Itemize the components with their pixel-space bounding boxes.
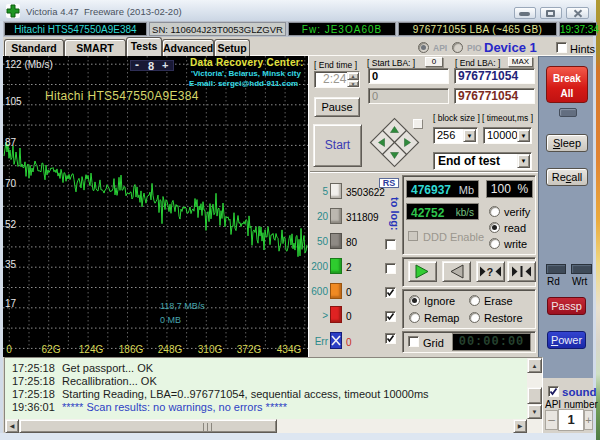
svg-text:87: 87	[5, 137, 17, 148]
svg-text:372G: 372G	[237, 344, 262, 355]
svg-text:434G: 434G	[277, 344, 302, 355]
svg-text:105: 105	[5, 96, 22, 107]
svg-text:310G: 310G	[198, 344, 223, 355]
svg-text:0: 0	[6, 344, 12, 355]
svg-text:186G: 186G	[119, 344, 144, 355]
svg-text:70: 70	[5, 178, 17, 189]
svg-text:35: 35	[5, 259, 17, 270]
svg-text:62G: 62G	[42, 344, 61, 355]
svg-text:248G: 248G	[158, 344, 183, 355]
svg-text:52: 52	[5, 219, 17, 230]
svg-text:124G: 124G	[79, 344, 104, 355]
svg-text:122 (Mb/s): 122 (Mb/s)	[5, 59, 53, 70]
svg-text:17: 17	[5, 298, 17, 309]
svg-text:?: ?	[487, 266, 494, 278]
